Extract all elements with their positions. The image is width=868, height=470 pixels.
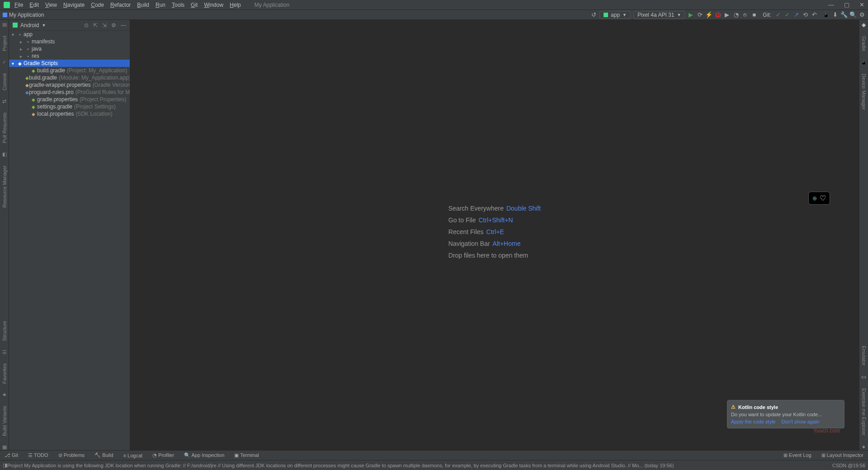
maximize-icon[interactable]: ▢ [844,1,849,8]
layout-inspector-button[interactable]: ⊞ Layout Inspector [821,452,863,458]
breadcrumb[interactable]: My Application [3,12,44,18]
stop-button[interactable]: ■ [751,12,757,18]
menu-file[interactable]: File [14,2,23,8]
project-tree[interactable]: ▾▪ app ▸▪ manifests ▸▪ java ▸▪ res ▾◆ Gr… [9,31,130,450]
pull-requests-button[interactable]: Pull Requests [2,111,7,145]
favorites-button[interactable]: Favorites [2,362,7,385]
close-icon[interactable]: ✕ [859,1,864,8]
emulator-icon[interactable]: ▭ [861,374,866,380]
tree-dir-manifests[interactable]: ▸▪ manifests [9,38,130,45]
todo-tool-button[interactable]: ☰ TODO [28,452,48,458]
tree-script-2[interactable]: ◆gradle-wrapper.properties(Gradle Versio… [9,81,130,89]
tree-gradle-scripts[interactable]: ▾◆ Gradle Scripts [9,60,130,67]
device-selector[interactable]: Pixel 4a API 31 ▼ [633,11,685,19]
terminal-tool-button[interactable]: ▣ Terminal [234,452,259,458]
editor-area[interactable]: Search EverywhereDouble ShiftGo to FileC… [130,20,859,450]
tree-dir-res[interactable]: ▸▪ res [9,52,130,60]
apply-changes-icon[interactable]: ⟳ [697,12,703,18]
sdk-icon[interactable]: ⬇ [832,12,838,18]
status-expand-icon[interactable]: ◨ [3,462,7,468]
settings-icon[interactable]: ⚙ [859,12,865,18]
tree-script-4[interactable]: ◆gradle.properties(Project Properties) [9,96,130,103]
device-manager-button[interactable]: Device Manager [861,72,867,112]
structure-icon[interactable]: ☰ [2,349,7,355]
menu-git[interactable]: Git [191,2,198,8]
folder-icon: ▪ [24,54,32,59]
floating-assist-widget[interactable]: ⊕ ♡ [808,192,830,205]
favorites-icon[interactable]: ★ [2,392,7,398]
build-variants-icon[interactable]: ▦ [2,444,7,450]
run-button[interactable]: ▶ [688,12,694,18]
explorer-icon[interactable]: ⌖ [862,444,865,450]
resource-manager-icon[interactable]: ◧ [2,151,7,157]
menu-view[interactable]: View [45,2,57,8]
menu-navigate[interactable]: Navigate [63,2,85,8]
emulator-button[interactable]: Emulator [861,344,867,367]
notification-apply-link[interactable]: Apply the code style [731,419,775,424]
profiler-tool-button[interactable]: ◔ Profiler [152,452,174,458]
gear-icon[interactable]: ⚙ [111,22,116,28]
menu-tools[interactable]: Tools [172,2,184,8]
troubleshoot-icon[interactable]: 🔧 [841,12,847,18]
notification-title: Kotlin code style [738,404,778,410]
filter-icon[interactable]: ⇲ [102,22,107,28]
gradle-tool-button[interactable]: Gradle [861,34,867,53]
search-icon[interactable]: 🔍 [850,12,856,18]
menu-help[interactable]: Help [230,2,241,8]
left-tool-stripe: ▤ Project ✓ Commit ⇄ Pull Requests ◧ Res… [0,20,9,450]
target-icon[interactable]: ⊙ [84,22,89,28]
tree-script-6[interactable]: ◆local.properties(SDK Location) [9,110,130,118]
tree-script-3[interactable]: ◆proguard-rules.pro(ProGuard Rules for M… [9,89,130,96]
structure-button[interactable]: Structure [2,319,7,343]
tree-root-app[interactable]: ▾▪ app [9,31,130,38]
commit-tool-button[interactable]: Commit [2,71,7,92]
tree-label: java [32,46,42,52]
menu-refactor[interactable]: Refactor [110,2,131,8]
menu-build[interactable]: Build [137,2,149,8]
notification-kotlin-code-style: ⚠ Kotlin code style Do you want to updat… [727,400,844,428]
project-view-selector[interactable]: Android [20,22,39,28]
menu-run[interactable]: Run [156,2,165,8]
menu-edit[interactable]: Edit [29,2,39,8]
profile-icon[interactable]: ◔ [733,12,739,18]
git-history-icon[interactable]: ⟲ [802,12,808,18]
device-manager-icon[interactable]: 📱 [860,59,867,66]
run-config-selector[interactable]: app ▼ [599,11,631,19]
explorer-button[interactable]: Exercise me Explorer [861,386,867,437]
coverage-icon[interactable]: ▶ [724,12,730,18]
git-commit-icon[interactable]: ✓ [784,12,790,18]
project-tool-button[interactable]: Project [2,34,7,53]
apply-code-icon[interactable]: ⚡ [706,12,712,18]
chevron-down-icon[interactable]: ▼ [42,23,46,28]
notification-dismiss-link[interactable]: Don't show again [782,419,820,424]
pull-requests-icon[interactable]: ⇄ [2,99,6,104]
build-tool-button[interactable]: 🔨 Build [94,452,113,458]
resource-manager-button[interactable]: Resource Manager [2,164,7,210]
logcat-tool-button[interactable]: ≡ Logcat [123,453,143,458]
project-tool-icon[interactable]: ▤ [2,22,7,28]
avd-icon[interactable]: 📱 [823,12,829,18]
git-tool-button[interactable]: ⎇ Git [5,452,18,458]
commit-tool-icon[interactable]: ✓ [2,59,6,65]
git-push-icon[interactable]: ↗ [793,12,799,18]
build-variants-button[interactable]: Build Variants [2,404,7,438]
menu-window[interactable]: Window [204,2,223,8]
menu-code[interactable]: Code [91,2,104,8]
sort-icon[interactable]: ⇱ [93,22,98,28]
git-update-icon[interactable]: ✓ [775,12,781,18]
attach-icon[interactable]: ⎋ [742,12,748,18]
event-log-button[interactable]: ⊞ Event Log [783,452,811,458]
bottom-tool-stripe: ⎇ Git ☰ TODO ⊘ Problems 🔨 Build ≡ Logcat… [0,450,868,460]
hide-icon[interactable]: — [121,22,126,28]
minimize-icon[interactable]: — [828,1,834,8]
debug-button[interactable]: 🐞 [715,12,721,18]
tree-script-5[interactable]: ◆settings.gradle(Project Settings) [9,103,130,110]
app-inspection-button[interactable]: 🔍 App Inspection [184,452,224,458]
gradle-tool-icon[interactable]: ◆ [862,22,866,28]
tree-script-1[interactable]: ◆build.gradle(Module: My_Application.app… [9,74,130,81]
git-rollback-icon[interactable]: ↶ [811,12,817,18]
sync-icon[interactable]: ↺ [590,12,597,18]
tree-script-0[interactable]: ◆build.gradle(Project: My_Application) [9,67,130,74]
tree-dir-java[interactable]: ▸▪ java [9,45,130,52]
problems-tool-button[interactable]: ⊘ Problems [58,452,85,458]
